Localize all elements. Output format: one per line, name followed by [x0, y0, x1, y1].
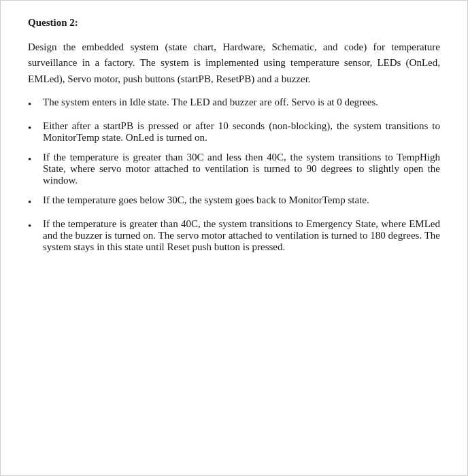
- list-item: • If the temperature goes below 30C, the…: [28, 194, 440, 210]
- bullet-symbol: •: [28, 218, 40, 234]
- bullet-symbol: •: [28, 120, 40, 136]
- intro-paragraph: Design the embedded system (state chart,…: [28, 39, 440, 87]
- bullet-list: • The system enters in Idle state. The L…: [28, 97, 440, 254]
- bullet-text: Either after a startPB is pressed or aft…: [43, 120, 440, 143]
- bullet-symbol: •: [28, 194, 40, 210]
- list-item: • If the temperature is greater than 40C…: [28, 218, 440, 253]
- question-title: Question 2:: [28, 17, 440, 29]
- bullet-symbol: •: [28, 152, 40, 167]
- bullet-text: If the temperature goes below 30C, the s…: [43, 194, 440, 206]
- bullet-text: If the temperature is greater than 40C, …: [43, 218, 440, 253]
- list-item: • The system enters in Idle state. The L…: [28, 97, 440, 112]
- bullet-text: The system enters in Idle state. The LED…: [43, 97, 440, 108]
- bullet-symbol: •: [28, 97, 40, 112]
- bullet-text: If the temperature is greater than 30C a…: [43, 152, 440, 186]
- list-item: • If the temperature is greater than 30C…: [28, 152, 440, 186]
- list-item: • Either after a startPB is pressed or a…: [28, 120, 440, 143]
- page-container: Question 2: Design the embedded system (…: [0, 0, 468, 476]
